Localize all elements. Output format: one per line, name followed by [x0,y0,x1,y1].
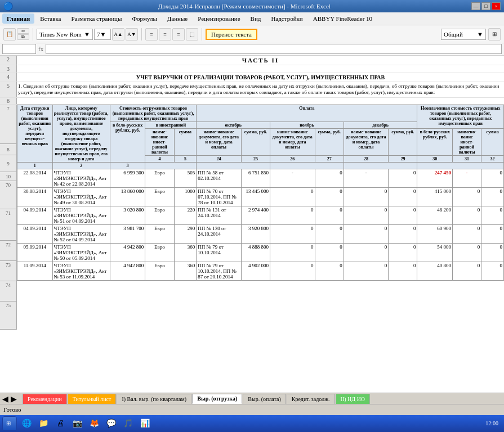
start-icon: ⊞ [6,420,11,426]
font-increase-button[interactable]: A▲ [112,28,124,40]
cut-button[interactable]: ✂ [17,28,29,34]
table-row: 04.09.2014 ЧТЭУП «ЗИМЭКСТРЭЙД», Акт № 52… [17,225,504,244]
taskbar-browser1[interactable]: 🌐 [19,416,34,431]
align-right-button[interactable]: ≡ [172,28,185,40]
col-oct-doc-header: наиме-нование документа, его дата и номе… [197,129,242,156]
wrap-text-button[interactable]: Перенос текста [206,29,257,40]
col-num-5: 5 [174,156,197,163]
menu-formuly[interactable]: Формулы [127,14,161,24]
tab-titulnyj[interactable]: Титульный лист [68,394,117,404]
col-stoimost-header: Стоимость отгруженных товаров (выполненн… [110,105,196,122]
title-text: Доходы 2014-Исправлн [Режим совместимост… [17,3,471,10]
tab-oplata-label: Выр. (оплата) [248,396,281,402]
col-num-32: 32 [481,156,504,163]
tab-kvartal-label: I) Вал. выр. (по кварталам) [122,396,186,402]
taskbar-folder[interactable]: 📁 [36,416,51,431]
col-num-24: 24 [197,156,242,163]
align-left-button[interactable]: ≡ [145,28,158,40]
font-size-box[interactable]: 7 ▼ [94,29,111,40]
formula-indicator: fx [38,46,43,52]
col-amount-header: сумма [174,129,197,156]
format-dropdown-icon: ▼ [477,31,483,38]
col-neop-header: Неоплаченная стоимость отгруженных товар… [417,105,504,129]
toolbar: 📋 ✂ ⧉ Times New Rom ▼ 7 ▼ A▲ A▼ ≡ ≡ ≡ ⬚ [0,25,504,43]
start-button[interactable]: ⊞ [2,416,17,431]
status-text: Готово [3,406,21,413]
menu-razmetka[interactable]: Разметка страницы [66,14,126,24]
tab-otgruzka[interactable]: Выр. (отгрузка) [192,394,242,404]
col-num-2: 2 [52,163,110,169]
format-text: Общий [444,31,463,38]
taskbar-firefox[interactable]: 🦊 [87,416,101,431]
tab-kvartal[interactable]: I) Вал. выр. (по кварталам) [117,394,191,404]
sheet-tabs-bar: ◀ ▶ Рекомендации Титульный лист I) Вал. … [0,393,504,404]
col-nov-header: ноябрь [270,122,344,129]
col-entity-header: Лицо, которому реализуется товар (работа… [52,105,110,163]
menu-abbyy[interactable]: ABBYY FineReader 10 [309,14,377,24]
taskbar-clock: 12:00 [485,420,502,426]
sheet-nav-right[interactable]: ▶ [11,394,17,404]
merge-button[interactable]: ⬚ [186,28,198,40]
col-nov-sum-header: сумма, руб. [315,129,344,156]
font-size-dropdown-icon[interactable]: ▼ [100,31,106,38]
tab-kredit-label: Кредит. задолж. [292,396,330,402]
close-button[interactable]: × [492,2,501,10]
menu-vstavka[interactable]: Вставка [35,14,65,24]
table-row: 22.08.2014 ЧТЭУП «ЗИМЭКСТРЭЙД», Акт № 42… [17,169,504,188]
taskbar-printer[interactable]: 🖨 [53,416,68,431]
paste-button[interactable]: 📋 [3,28,16,40]
col-inostr-header: в иностранной [145,122,197,129]
font-dropdown-icon[interactable]: ▼ [84,31,90,38]
taskbar-camera[interactable]: 📷 [70,416,84,431]
col-dec-doc-header: наиме-нование документа, его дата и номе… [344,129,389,156]
col-num-29: 29 [389,156,417,163]
conditional-format-button[interactable]: ⊞ [488,28,501,40]
align-center-button[interactable]: ≡ [159,28,171,40]
col-dec-sum-header: сумма, руб. [389,129,417,156]
copy-button[interactable]: ⧉ [17,34,29,40]
minimize-button[interactable]: — [471,2,480,10]
name-box[interactable] [2,44,36,54]
window-controls[interactable]: — □ × [471,2,501,10]
format-dropdown[interactable]: Общий ▼ [441,29,486,40]
formula-input[interactable] [46,44,502,54]
menu-recenzirovanie[interactable]: Рецензирование [193,14,244,24]
taskbar-excel[interactable]: 📊 [137,416,152,431]
col-num-3: 3 [110,163,145,169]
tab-otgruzka-label: Выр. (отгрузка) [197,395,237,402]
menu-bar: Главная Вставка Разметка страницы Формул… [0,12,504,25]
table-row: 30.08.2014 ЧТЭУП «ЗИМЭКСТРЭЙД», Акт № 49… [17,188,504,206]
tab-oplata[interactable]: Выр. (оплата) [243,394,286,404]
col-oct-header: октябрь [197,122,270,129]
font-decrease-button[interactable]: A▼ [126,28,138,40]
tab-rekomendacii[interactable]: Рекомендации [23,394,67,404]
formula-bar: fx [0,43,504,56]
col-num-25: 25 [241,156,270,163]
table-row: 11.09.2014 ЧТЭУП «ЗИМЭКСТРЭЙД», Акт № 53… [17,262,504,281]
tab-nd-io-label: II) НД ИО [341,396,365,402]
maximize-button[interactable]: □ [481,2,490,10]
tab-titulnyj-label: Титульный лист [73,396,111,402]
col-num-4: 4 [145,156,174,163]
clipboard-group: 📋 ✂ ⧉ [3,28,33,40]
col-num-27: 27 [315,156,344,163]
tab-kredit[interactable]: Кредит. задолж. [287,394,335,404]
taskbar-skype[interactable]: 🎵 [121,416,135,431]
taskbar-chat[interactable]: 💬 [104,416,118,431]
font-group: Times New Rom ▼ 7 ▼ A▲ A▼ [37,28,142,40]
tab-rekomendacii-label: Рекомендации [28,396,62,402]
menu-dannye[interactable]: Данные [163,14,192,24]
taskbar: ⊞ 🌐 📁 🖨 📷 🦊 💬 🎵 📊 12:00 [0,415,504,433]
menu-glavnaya[interactable]: Главная [2,14,34,24]
col-num-26: 26 [270,156,315,163]
col-nov-doc-header: наиме-нование документа, его дата и номе… [270,129,315,156]
col-neop-sum-header: сумма [481,129,504,156]
table-row: 05.09.2014 ЧТЭУП «ЗИМЭКСТРЭЙД», Акт № 50… [17,244,504,262]
tab-nd-io[interactable]: II) НД ИО [336,394,370,404]
col-num-28: 28 [344,156,389,163]
menu-nadstrojki[interactable]: Надстройки [266,14,307,24]
sheet-nav-left[interactable]: ◀ [2,394,8,404]
menu-vid[interactable]: Вид [246,14,266,24]
col-date-header: Дата отгрузки товаров (выполнения работ,… [17,105,53,163]
font-name-box[interactable]: Times New Rom ▼ [37,29,93,40]
